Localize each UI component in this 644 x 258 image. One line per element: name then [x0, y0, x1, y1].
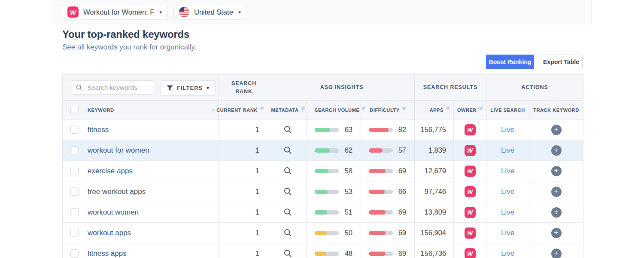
difficulty-bar [369, 128, 393, 132]
difficulty-value: 69 [398, 229, 406, 237]
live-search-link[interactable]: Live [501, 229, 514, 237]
current-rank-value: 1 [255, 208, 259, 216]
plus-icon: + [554, 167, 559, 174]
row-checkbox[interactable] [70, 208, 79, 216]
track-keyword-add-button[interactable]: + [551, 145, 562, 156]
plus-icon: + [554, 126, 559, 133]
table-row: workout apps 1 50 69 156,904 W Live [63, 223, 583, 243]
difficulty-bar [369, 231, 393, 235]
keyword-label: workout apps [88, 229, 131, 237]
live-search-link[interactable]: Live [501, 187, 514, 196]
row-checkbox[interactable] [70, 126, 79, 134]
column-header-owner: OWNER [453, 101, 486, 119]
search-volume-bar [315, 169, 339, 173]
metadata-search-icon[interactable] [283, 187, 292, 196]
keywords-table: FILTERS ▾ SEARCH RANK ASO INSIGHTS SEARC… [62, 74, 583, 258]
metadata-search-icon[interactable] [283, 208, 292, 217]
column-header-current-rank[interactable]: ↑ CURRENT RANK [219, 101, 269, 119]
apps-count: 156,904 [420, 229, 446, 237]
metadata-search-icon[interactable] [283, 228, 292, 237]
info-icon[interactable] [402, 106, 406, 110]
keyword-label: exercise apps [88, 167, 133, 175]
filters-button[interactable]: FILTERS ▾ [161, 80, 216, 95]
us-flag-icon [179, 7, 189, 17]
current-rank-value: 1 [255, 146, 259, 154]
track-keyword-add-button[interactable]: + [551, 207, 562, 218]
group-header-search-results: SEARCH RESULTS [414, 75, 486, 100]
metadata-search-icon[interactable] [283, 146, 292, 155]
row-checkbox[interactable] [70, 167, 79, 175]
column-header-metadata: METADATA [269, 101, 307, 119]
info-icon[interactable] [301, 106, 305, 110]
info-icon[interactable] [479, 106, 483, 110]
table-row: exercise apps 1 58 69 12,679 W Live [63, 161, 583, 181]
apps-count: 97,746 [425, 187, 446, 196]
track-keyword-add-button[interactable]: + [551, 125, 562, 135]
live-search-link[interactable]: Live [501, 146, 514, 155]
keyword-label: fitness [88, 126, 109, 134]
country-selector-label: United States [194, 8, 234, 16]
select-all-checkbox[interactable] [70, 106, 79, 114]
owner-app-icon: W [465, 166, 476, 177]
search-volume-bar [315, 231, 339, 235]
column-header-difficulty: DIFFICULTY [361, 101, 414, 119]
metadata-search-icon[interactable] [283, 249, 292, 258]
track-keyword-add-button[interactable]: + [551, 187, 562, 197]
difficulty-value: 82 [398, 126, 406, 134]
row-checkbox[interactable] [70, 187, 79, 196]
table-group-header-row: FILTERS ▾ SEARCH RANK ASO INSIGHTS SEARC… [63, 75, 583, 101]
apps-count: 13,809 [425, 208, 446, 216]
owner-app-icon: W [465, 124, 476, 135]
current-rank-value: 1 [255, 249, 259, 258]
live-search-link[interactable]: Live [501, 208, 514, 217]
country-selector[interactable]: United States ▾ [173, 5, 246, 19]
difficulty-value: 69 [398, 167, 406, 175]
boost-ranking-button[interactable]: Boost Ranking [486, 55, 534, 69]
owner-app-icon: W [465, 186, 476, 197]
page-subtitle[interactable]: See all keywords you rank for organicall… [62, 43, 196, 52]
live-search-link[interactable]: Live [501, 167, 514, 175]
row-checkbox[interactable] [70, 249, 79, 258]
track-keyword-add-button[interactable]: + [551, 166, 562, 176]
row-checkbox[interactable] [70, 146, 79, 154]
column-header-search-volume: SEARCH VOLUME [307, 101, 361, 119]
plus-icon: + [554, 146, 559, 154]
search-volume-value: 48 [345, 249, 352, 258]
search-keywords-input[interactable] [71, 80, 154, 95]
track-keyword-add-button[interactable]: + [551, 228, 562, 238]
current-rank-value: 1 [255, 126, 259, 134]
table-column-header-row: KEYWORD ↑ CURRENT RANK METADATA SEARCH V… [63, 101, 583, 120]
chevron-down-icon: ▾ [159, 10, 162, 15]
owner-app-icon: W [465, 227, 476, 239]
difficulty-value: 66 [398, 187, 406, 196]
table-row: workout women 1 51 69 13,809 W Live [63, 202, 583, 223]
info-icon[interactable] [446, 106, 450, 110]
app-bar: W Workout for Women: Fitn ▾ United State… [53, 0, 592, 25]
track-keyword-add-button[interactable]: + [551, 249, 562, 258]
row-checkbox[interactable] [70, 229, 79, 237]
metadata-search-icon[interactable] [283, 125, 292, 134]
metadata-search-icon[interactable] [283, 166, 292, 175]
search-volume-bar [315, 210, 339, 215]
plus-icon: + [554, 229, 559, 236]
metadata-label: METADATA [271, 108, 298, 113]
column-header-keyword: KEYWORD [88, 108, 114, 113]
live-search-link[interactable]: Live [501, 126, 514, 134]
chevron-down-icon: ▾ [238, 10, 241, 15]
group-header-actions: ACTIONS [486, 75, 583, 100]
info-icon[interactable] [260, 106, 264, 110]
apps-label: APPS [430, 108, 444, 113]
table-body: fitness 1 63 82 156,775 W Live + [63, 120, 583, 258]
plus-icon: + [554, 249, 559, 257]
filters-label: FILTERS [177, 84, 203, 92]
export-table-button[interactable]: Export Table [540, 55, 583, 69]
difficulty-bar [369, 148, 393, 153]
search-volume-bar [315, 148, 339, 153]
apps-count: 156,736 [420, 249, 446, 258]
plus-icon: + [554, 208, 559, 215]
group-header-aso-insights: ASO INSIGHTS [269, 75, 414, 100]
app-selector[interactable]: W Workout for Women: Fitn ▾ [62, 5, 167, 19]
live-search-link[interactable]: Live [501, 249, 514, 258]
search-volume-value: 51 [345, 208, 352, 216]
difficulty-value: 57 [398, 146, 406, 154]
